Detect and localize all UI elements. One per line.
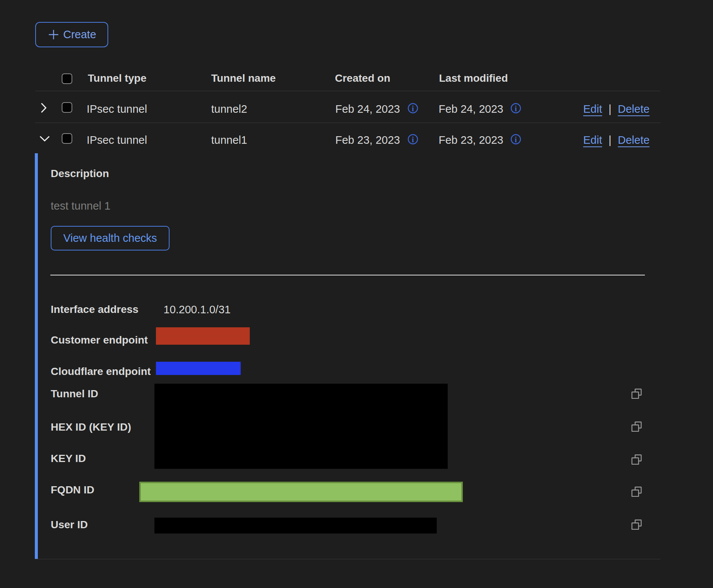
svg-text:i: i [515,135,517,144]
svg-text:i: i [412,135,414,144]
svg-text:i: i [515,104,517,113]
svg-text:i: i [412,104,414,113]
